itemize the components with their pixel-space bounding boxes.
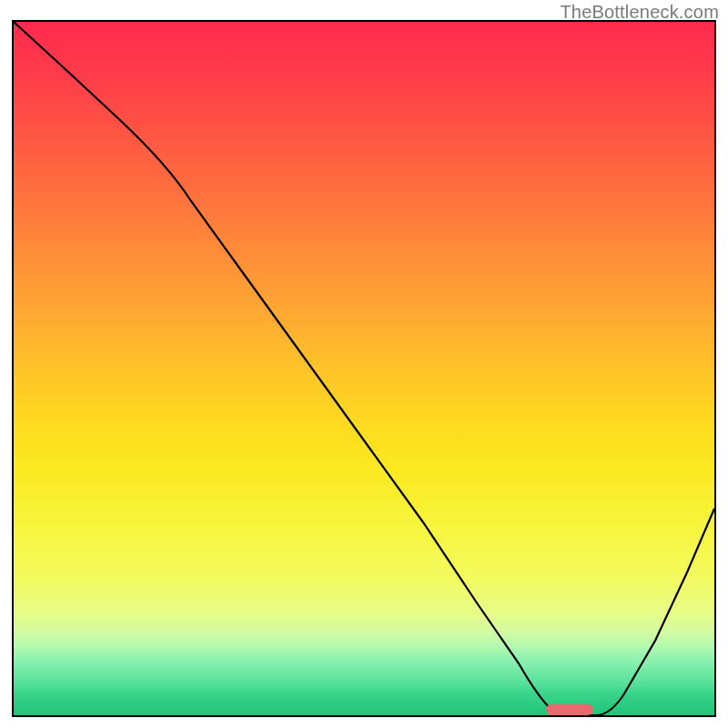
curve-svg	[14, 22, 714, 715]
chart-container: TheBottleneck.com	[0, 0, 728, 728]
watermark-text: TheBottleneck.com	[560, 2, 719, 23]
marker-pill	[546, 704, 593, 715]
plot-area	[12, 20, 716, 717]
bottleneck-curve	[14, 22, 714, 715]
